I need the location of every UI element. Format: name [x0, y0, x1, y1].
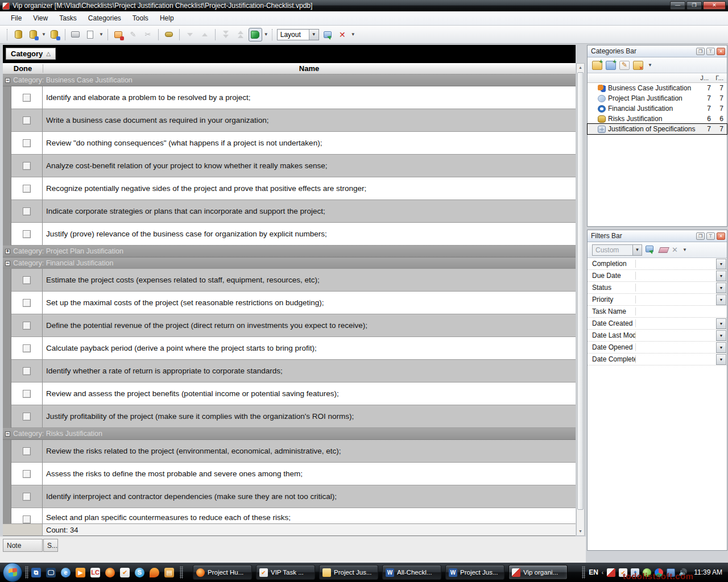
checklist-row[interactable]: Identify interproject and contractor dep… — [3, 485, 576, 508]
done-checkbox[interactable] — [23, 322, 31, 330]
move-bottom-button[interactable] — [219, 28, 233, 41]
checklist-row[interactable]: Set up the maximal costs of the project … — [3, 292, 576, 314]
combo-dropdown-icon[interactable]: ▼ — [632, 245, 642, 255]
checklist-row[interactable]: Write a business case document as requir… — [3, 109, 576, 132]
done-checkbox[interactable] — [23, 207, 31, 215]
menu-file[interactable]: File — [6, 13, 27, 24]
internet-explorer-icon[interactable]: e — [61, 568, 71, 577]
collapse-icon[interactable]: − — [5, 431, 10, 436]
checklist-row[interactable]: Review and assess the project benefits (… — [3, 383, 576, 405]
move-top-button[interactable] — [234, 28, 247, 41]
filter-dropdown-icon[interactable]: ▼ — [716, 259, 726, 269]
skype-icon[interactable]: S — [135, 568, 144, 577]
move-down-button[interactable] — [183, 28, 197, 41]
taskbar-button[interactable]: Project Hu... — [193, 565, 252, 580]
find-button[interactable] — [162, 28, 176, 41]
delete-task-button[interactable]: ✂ — [141, 28, 155, 41]
combo-dropdown-icon[interactable]: ▼ — [309, 30, 318, 40]
tab-note[interactable]: Note — [3, 539, 43, 552]
apply-layout-button[interactable] — [321, 28, 334, 41]
category-item-business-case[interactable]: Business Case Justification 7 7 — [588, 83, 727, 93]
checklist-row[interactable]: Review the risks related to the project … — [3, 440, 576, 463]
filter-dropdown-icon[interactable]: ▼ — [716, 294, 726, 305]
layout-select[interactable]: Layout ▼ — [277, 29, 319, 40]
new-task-button[interactable] — [111, 28, 125, 41]
done-checkbox[interactable] — [23, 516, 31, 523]
language-indicator[interactable]: EN — [589, 568, 598, 576]
scrollbar-thumb[interactable] — [577, 72, 584, 510]
print-dropdown-icon[interactable]: ▼ — [99, 32, 104, 37]
checklist-row[interactable]: Select and plan specific countermeasures… — [3, 508, 576, 524]
taskbar-button[interactable]: W Project Jus... — [445, 565, 504, 580]
taskbar-button[interactable]: W All-Checkl... — [382, 565, 441, 580]
taskbar-button[interactable]: Project Jus... — [319, 565, 378, 580]
checklist-row[interactable]: Calculate payback period (derive a point… — [3, 337, 576, 360]
done-checkbox[interactable] — [23, 493, 31, 501]
checklist-row[interactable]: Recognize potentially negative sides of … — [3, 177, 576, 200]
group-row-financial[interactable]: − Category: Financial Justification — [3, 257, 576, 269]
vip-check-icon[interactable]: ✔ — [120, 568, 130, 577]
save-database-button[interactable] — [48, 28, 61, 41]
done-checkbox[interactable] — [23, 344, 31, 352]
checklist-row[interactable]: Define the potential revenue of the proj… — [3, 314, 576, 337]
checklist-row[interactable]: Identify and elaborate a problem to be r… — [3, 86, 576, 109]
start-button[interactable] — [3, 563, 22, 582]
done-checkbox[interactable] — [23, 162, 31, 170]
tree-col2[interactable]: Г... — [715, 74, 723, 81]
taskbar-button[interactable]: ✔ VIP Task ... — [256, 565, 315, 580]
eraser-icon[interactable] — [658, 247, 669, 253]
done-checkbox[interactable] — [23, 185, 31, 193]
column-done[interactable]: Done — [3, 64, 43, 73]
checklist-row[interactable]: Indicate corporate strategies or plans t… — [3, 200, 576, 223]
categories-toolbar-overflow-icon[interactable]: ▼ — [648, 63, 652, 68]
group-row-risks[interactable]: − Category: Risks Justification — [3, 428, 576, 440]
open-dropdown-icon[interactable]: ▼ — [42, 32, 46, 37]
expand-icon[interactable]: + — [5, 249, 10, 254]
collapse-icon[interactable]: − — [5, 78, 10, 83]
filter-preset-select[interactable]: Custom ▼ — [592, 244, 642, 256]
checklist-row[interactable]: Review "do nothing consequences" (what h… — [3, 132, 576, 155]
menu-tools[interactable]: Tools — [127, 13, 154, 24]
edit-category-button[interactable] — [619, 61, 630, 70]
new-subcategory-button[interactable] — [606, 61, 616, 70]
print-preview-button[interactable] — [84, 28, 97, 41]
done-checkbox[interactable] — [23, 139, 31, 147]
filter-dropdown-icon[interactable]: ▼ — [716, 342, 726, 353]
collapse-icon[interactable]: − — [5, 261, 10, 266]
restore-button[interactable]: ❐ — [686, 1, 702, 10]
done-checkbox[interactable] — [23, 299, 31, 307]
minimize-button[interactable]: — — [670, 1, 685, 10]
print-button[interactable] — [69, 28, 82, 41]
category-item-specifications[interactable]: Justification of Specifications 7 7 — [588, 124, 727, 134]
open-database-button[interactable] — [26, 28, 40, 41]
move-up-button[interactable] — [198, 28, 212, 41]
edit-task-button[interactable]: ✎ — [126, 28, 140, 41]
panel-restore-icon[interactable]: ❐ — [696, 232, 705, 240]
tray-app-icon[interactable] — [607, 568, 615, 577]
done-checkbox[interactable] — [23, 117, 31, 124]
checklist-row[interactable]: Justify profitability of the project (ma… — [3, 405, 576, 428]
done-checkbox[interactable] — [23, 94, 31, 102]
checklist-row[interactable]: Identify whether a rate of return is app… — [3, 360, 576, 383]
filter-dropdown-icon[interactable]: ▼ — [716, 318, 726, 329]
category-item-project-plan[interactable]: Project Plan Justification 7 7 — [588, 93, 727, 103]
checklist-row[interactable]: Assess the risks to define the most prob… — [3, 463, 576, 485]
menu-view[interactable]: View — [28, 13, 53, 24]
organizer-book-icon[interactable]: ▤ — [164, 568, 174, 577]
firefox-icon[interactable] — [105, 568, 115, 577]
tree-col1[interactable]: J... — [700, 74, 709, 81]
done-checkbox[interactable] — [23, 367, 31, 375]
vertical-scrollbar[interactable]: ▲ ▼ — [576, 63, 585, 536]
show-desktop-icon[interactable]: 🖵 — [46, 568, 56, 577]
tray-collapse-icon[interactable]: ‹ — [602, 569, 603, 576]
done-checkbox[interactable] — [23, 230, 31, 238]
filter-dropdown-icon[interactable]: ▼ — [716, 354, 726, 365]
filter-dropdown-icon[interactable]: ▼ — [716, 271, 726, 281]
new-category-button[interactable] — [592, 61, 602, 70]
filters-toolbar-overflow-icon[interactable]: ▼ — [682, 247, 687, 252]
done-checkbox[interactable] — [23, 447, 31, 455]
scroll-down-icon[interactable]: ▼ — [577, 527, 584, 535]
filter-dropdown-icon[interactable]: ▼ — [716, 330, 726, 341]
close-button[interactable]: ✕ — [703, 1, 726, 10]
done-checkbox[interactable] — [23, 276, 31, 284]
